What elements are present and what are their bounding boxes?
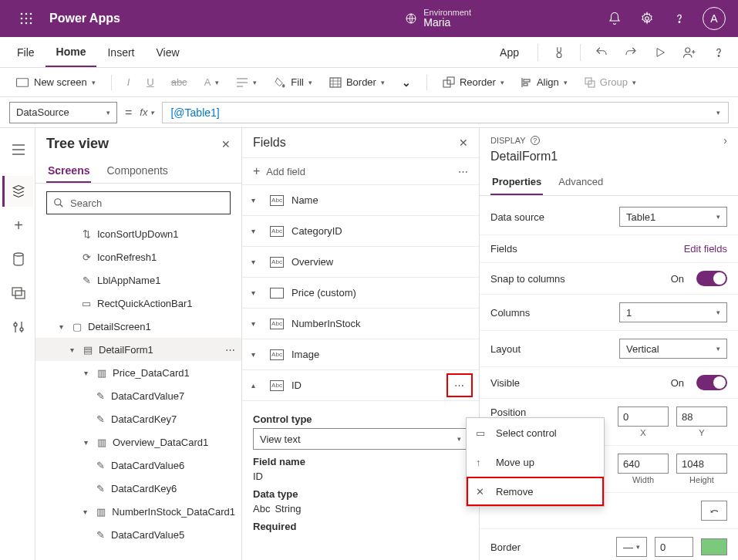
field-label: Overview [291, 256, 333, 268]
format-toolbar: New screen ▾ I U abc A▾ ▾ Fill▾ Border▾ … [0, 68, 738, 97]
chevron-down-icon: ▾ [251, 258, 262, 266]
field-item[interactable]: ▾AbcOverview [242, 247, 479, 278]
width-input[interactable]: 640 [618, 454, 669, 474]
label-icon: ✎ [80, 275, 93, 286]
help-icon[interactable] [667, 6, 692, 31]
layout-select[interactable]: Vertical▾ [619, 339, 727, 359]
field-item[interactable]: ▾AbcName [242, 185, 479, 216]
tree-node[interactable]: ✎LblAppName1 [35, 268, 241, 292]
formula-input[interactable]: [@Table1] ▾ [162, 102, 729, 123]
menu-file[interactable]: File [6, 37, 45, 67]
share-icon[interactable] [676, 39, 703, 66]
menu-home[interactable]: Home [45, 37, 97, 67]
undo-icon[interactable] [588, 39, 615, 66]
reorder-button[interactable]: Reorder▾ [436, 73, 511, 92]
ctx-select-control[interactable]: ▭Select control [467, 418, 604, 447]
tree-node[interactable]: ▾▥NumberInStock_DataCard1 [35, 500, 241, 523]
color-action[interactable]: ⤺ [701, 501, 727, 521]
tab-advanced[interactable]: Advanced [557, 170, 605, 195]
tab-components[interactable]: Components [105, 160, 169, 183]
more-icon[interactable]: ⋯ [450, 376, 470, 394]
close-icon[interactable]: ✕ [459, 137, 468, 149]
tree-node[interactable]: ⟳IconRefresh1 [35, 245, 241, 268]
notifications-icon[interactable] [602, 6, 627, 31]
new-screen-button[interactable]: New screen ▾ [9, 73, 102, 91]
chevron-down-icon: ▾ [716, 309, 720, 316]
hamburger-icon[interactable] [2, 134, 33, 165]
chevron-right-icon[interactable]: › [723, 134, 727, 147]
field-item[interactable]: ▾AbcImage [242, 339, 479, 370]
settings-icon[interactable] [635, 6, 659, 31]
svg-point-2 [30, 13, 32, 15]
display-crumb: Display [490, 136, 526, 145]
environment-picker[interactable]: Environment Maria [405, 8, 471, 29]
edit-fields-link[interactable]: Edit fields [684, 243, 727, 255]
visible-toggle[interactable] [696, 375, 727, 390]
border-button[interactable]: Border▾ [323, 73, 391, 91]
tree-node[interactable]: ▾▢DetailScreen1 [35, 315, 241, 338]
align-button[interactable]: Align▾ [515, 73, 574, 91]
tree-node[interactable]: ▾▥Price_DataCard1 [35, 361, 241, 384]
fill-button[interactable]: Fill▾ [268, 73, 318, 92]
app-checker-icon[interactable] [546, 39, 572, 66]
datasource-select[interactable]: Table1▾ [619, 207, 727, 227]
tree-node-selected[interactable]: ▾▤DetailForm1⋯ [35, 338, 241, 361]
field-item[interactable]: ▾AbcNumberInStock [242, 309, 479, 339]
search-input[interactable]: Search [46, 191, 231, 214]
menu-insert[interactable]: Insert [96, 37, 145, 67]
tree-node[interactable]: ✎DataCardKey6 [35, 477, 241, 500]
tree-node[interactable]: ✎DataCardKey7 [35, 407, 241, 430]
tree-node[interactable]: ▾▥Overview_DataCard1 [35, 430, 241, 454]
columns-select[interactable]: 1▾ [619, 302, 727, 322]
more-icon[interactable]: ⋯ [225, 344, 235, 356]
tree-node[interactable]: ✎DataCardValue7 [35, 384, 241, 407]
tree-node[interactable]: ✎DataCardValue5 [35, 523, 241, 546]
add-field-button[interactable]: +Add field [253, 164, 305, 178]
tree-node[interactable]: ▭RectQuickActionBar1 [35, 292, 241, 315]
more-icon[interactable]: ⋯ [458, 166, 468, 177]
label-icon: ✎ [94, 413, 106, 425]
tree-view-icon[interactable] [2, 176, 33, 207]
border-style-select[interactable]: —▾ [616, 537, 647, 557]
redo-icon[interactable] [618, 39, 644, 66]
info-icon[interactable]: ? [531, 136, 540, 145]
ctx-remove[interactable]: ✕Remove [467, 477, 604, 506]
tab-screens[interactable]: Screens [46, 160, 91, 183]
border-width-input[interactable]: 0 [655, 537, 693, 557]
svg-point-10 [645, 17, 649, 21]
node-label: DataCardKey7 [111, 413, 177, 425]
expand-toolbar-icon[interactable]: ⌄ [396, 73, 417, 92]
menu-view[interactable]: View [145, 37, 190, 67]
field-item[interactable]: ▾Price (custom) [242, 278, 479, 309]
pos-y-input[interactable]: 88 [676, 407, 727, 427]
control-type-select[interactable]: View text▾ [253, 428, 468, 450]
tree-title: Tree view [46, 136, 109, 152]
height-input[interactable]: 1048 [676, 454, 727, 474]
media-icon[interactable] [2, 278, 33, 309]
tree-view-panel: Tree view ✕ Screens Components Search ⇅I… [35, 128, 242, 560]
tab-properties[interactable]: Properties [490, 170, 543, 195]
reorder-label: Reorder [460, 76, 496, 88]
help-menu-icon[interactable] [706, 39, 732, 66]
snap-toggle[interactable] [696, 271, 727, 286]
data-icon[interactable] [2, 244, 33, 275]
field-item[interactable]: ▾AbcCategoryID [242, 216, 479, 247]
play-icon[interactable] [647, 39, 673, 66]
property-selector[interactable]: DataSource ▾ [9, 102, 117, 123]
app-launcher-icon[interactable] [14, 6, 39, 31]
border-color-swatch[interactable] [701, 538, 727, 555]
tree-node[interactable]: ✎DataCardValue6 [35, 454, 241, 477]
insert-icon[interactable]: + [2, 210, 33, 241]
node-label: IconSortUpDown1 [97, 228, 179, 240]
prop-fields: Fields Edit fields [480, 235, 738, 263]
field-item-expanded[interactable]: ▴AbcID⋯ [242, 370, 479, 401]
user-avatar[interactable]: A [703, 7, 726, 30]
fx-icon[interactable]: fx▾ [140, 106, 154, 118]
label-icon: ✎ [94, 460, 106, 471]
ctx-move-up[interactable]: ↑Move up [467, 447, 604, 477]
tree-node[interactable]: ⇅IconSortUpDown1 [35, 222, 241, 245]
menu-app[interactable]: App [489, 46, 530, 59]
close-icon[interactable]: ✕ [221, 138, 231, 150]
advanced-tools-icon[interactable] [2, 312, 33, 342]
pos-x-input[interactable]: 0 [618, 407, 669, 427]
